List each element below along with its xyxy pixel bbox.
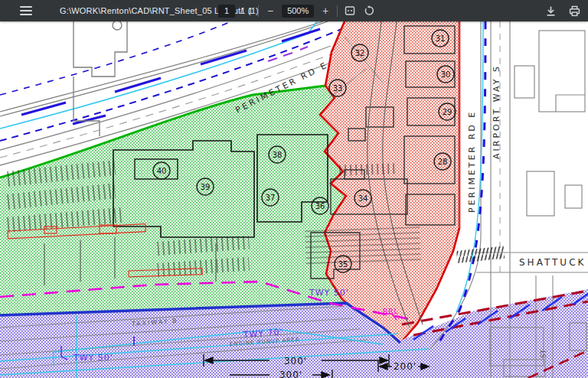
print-button[interactable] (567, 4, 582, 18)
zoom-level-display[interactable]: 500% (282, 5, 314, 18)
svg-text:39: 39 (201, 183, 211, 191)
svg-text:32: 32 (355, 49, 365, 57)
rotate-counterclockwise-icon (364, 5, 374, 16)
svg-text:36: 36 (315, 202, 325, 210)
fit-page-button[interactable] (343, 4, 357, 18)
pdf-page-viewport[interactable]: 300' 300' 200' PERIMETER RD E PERIMETER … (0, 21, 588, 378)
road-label-shattuck: SHATTUCK AVE S (519, 257, 588, 268)
page-divider: / (240, 6, 243, 15)
dim-200: 200' (394, 361, 416, 372)
page-number-input[interactable] (218, 5, 235, 18)
svg-text:33: 33 (333, 84, 343, 93)
toolbar-separator (258, 5, 259, 17)
print-icon (569, 5, 580, 17)
download-icon (545, 5, 557, 17)
page-total: 1 (248, 6, 253, 15)
svg-text:37: 37 (266, 194, 276, 202)
fit-page-icon (345, 5, 355, 16)
toolbar-separator (337, 5, 338, 17)
svg-text:35: 35 (338, 260, 348, 269)
svg-text:30: 30 (441, 70, 451, 79)
dim-300-b: 300' (279, 370, 302, 378)
svg-text:28: 28 (438, 158, 448, 166)
dim-300-a: 300' (284, 356, 307, 367)
label-twy50-mid: TWY 50' (309, 288, 349, 298)
road-label-st: ST (540, 349, 547, 358)
zoom-out-button[interactable]: − (264, 4, 276, 18)
download-button[interactable] (544, 4, 558, 18)
site-plan-map: 300' 300' 200' PERIMETER RD E PERIMETER … (0, 21, 588, 378)
svg-text:40: 40 (157, 167, 167, 175)
road-label-airport-way: AIRPORT WAY S (492, 64, 501, 159)
svg-text:34: 34 (358, 194, 368, 203)
zoom-in-button[interactable]: + (319, 4, 332, 18)
road-label-perimeter-right: PERIMETER RD E (467, 110, 477, 213)
rotate-button[interactable] (362, 4, 376, 18)
label-brl: BRL (383, 308, 398, 315)
svg-text:29: 29 (443, 108, 452, 116)
svg-text:31: 31 (436, 34, 446, 43)
hamburger-menu-icon[interactable] (20, 6, 32, 15)
pdf-viewer-toolbar: G:\WORK\Renton\CAD\RNT_Sheet_05 Layout1 … (0, 0, 588, 21)
label-twy50-left: TWY 50' (73, 353, 113, 363)
svg-text:38: 38 (273, 151, 283, 159)
